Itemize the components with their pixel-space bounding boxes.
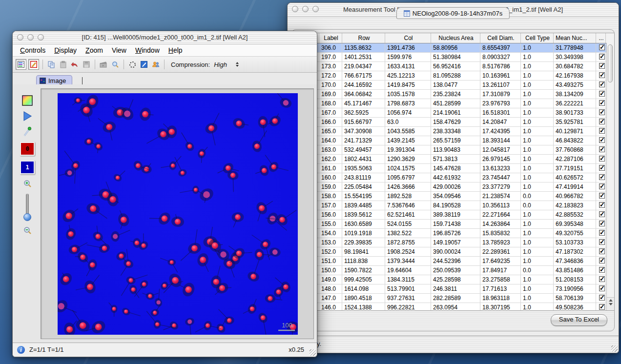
table-row[interactable]: 162.01802.44311290.3629571.381326.979145… (291, 155, 614, 164)
scroll-down-arrow[interactable] (609, 303, 613, 305)
resize-grip[interactable] (611, 345, 618, 352)
compression-stepper[interactable] (236, 62, 239, 67)
edit-button[interactable] (139, 60, 149, 69)
movie-button[interactable] (99, 60, 108, 69)
row-checkbox[interactable] (599, 183, 605, 189)
table-row[interactable]: 159.0225.054841426.3666429.0002623.37727… (291, 182, 614, 192)
col-header[interactable]: Cell Type (521, 33, 554, 43)
col-header[interactable]: Mean Nuc... (554, 33, 596, 43)
save-button[interactable] (82, 60, 91, 69)
row-checkbox[interactable] (599, 267, 605, 273)
resize-grip[interactable] (310, 349, 316, 356)
row-checkbox[interactable] (599, 230, 605, 236)
row-checkbox[interactable] (599, 258, 605, 263)
tab-neolog[interactable]: NEOlog2008-09-18-14h37m07s (396, 7, 510, 19)
table-row[interactable]: 147.01890.4518937.27631282.2858918.96311… (291, 294, 614, 303)
table-row[interactable]: 146.01524.1388996.22821263.095418.307195… (291, 303, 614, 311)
col-header[interactable]: ... (596, 33, 606, 43)
table-row[interactable]: 173.0219.043471633.413156.9524168.517678… (291, 62, 614, 71)
menu-window[interactable]: Window (131, 46, 164, 54)
row-checkbox[interactable] (599, 146, 605, 152)
row-checkbox[interactable] (599, 239, 605, 245)
channel-1-button[interactable]: 1 (20, 161, 35, 174)
menu-zoom[interactable]: Zoom (81, 46, 107, 54)
row-checkbox[interactable] (599, 54, 605, 60)
table-row[interactable]: 156.01839.561262.521461389.3811922.27166… (291, 210, 614, 220)
scrollbar-thumb[interactable] (608, 44, 613, 82)
picker-button[interactable] (22, 126, 32, 137)
col-header[interactable]: Row (342, 33, 385, 43)
table-row[interactable]: 164.0241.713291439.2145265.5715918.39314… (291, 136, 614, 145)
table-row[interactable]: 163.0532.4945719.391304113.9048312.04581… (291, 145, 614, 155)
row-checkbox[interactable] (599, 44, 605, 50)
scroll-up-arrow[interactable] (609, 299, 613, 302)
magnifier-button[interactable] (110, 60, 120, 69)
channel-0-button[interactable]: 0 (20, 142, 35, 156)
table-row[interactable]: 306.01135.86321391.473658.809568.6554397… (291, 43, 614, 53)
table-row[interactable]: 154.01019.19181382.522196.8572615.835832… (291, 229, 614, 238)
col-header[interactable]: Col (385, 33, 431, 43)
row-checkbox[interactable] (599, 156, 605, 162)
table-row[interactable]: 197.01401.25311599.97651.3809848.0903327… (291, 53, 614, 62)
row-checkbox[interactable] (599, 211, 605, 217)
users-button[interactable] (151, 60, 161, 69)
table-row[interactable]: 149.0999.425051384.3115425.2859823.27585… (291, 275, 614, 284)
save-to-excel-button[interactable]: Save To Excel (551, 314, 607, 326)
table-row[interactable]: 172.0766.67175425.1221381.09528810.16396… (291, 71, 614, 81)
table-row[interactable]: 151.01118.8381379.3444244.5239617.649235… (291, 257, 614, 266)
table-row[interactable]: 166.0915.6679763.0158.4762914.208471.035… (291, 118, 614, 127)
row-checkbox[interactable] (599, 100, 605, 106)
table-row[interactable]: 170.0244.165921419.8475138.047713.261107… (291, 81, 614, 90)
table-row[interactable]: 150.01590.782219.64604250.0953917.849170… (291, 266, 614, 275)
front-titlebar[interactable]: [ID: 415] ...Well0005/mode1_z000_t000_im… (13, 31, 317, 44)
row-checkbox[interactable] (599, 304, 605, 310)
table-row[interactable]: 161.01935.50631024.1575145.4762813.61323… (291, 164, 614, 173)
row-checkbox[interactable] (599, 63, 605, 69)
menu-help[interactable]: Help (164, 46, 187, 54)
annotate-button[interactable] (28, 59, 39, 70)
row-checkbox[interactable] (599, 109, 605, 115)
row-checkbox[interactable] (599, 81, 605, 87)
play-button[interactable] (22, 111, 33, 121)
table-row[interactable]: 148.01614.098513.79901246.381117.716131.… (291, 284, 614, 294)
col-header[interactable]: Nucleus Area (431, 33, 480, 43)
table-row[interactable]: 165.0347.309081043.5585238.3334817.42439… (291, 127, 614, 136)
paste-button[interactable] (58, 60, 68, 69)
zoom-out-button[interactable] (22, 226, 32, 236)
row-checkbox[interactable] (599, 193, 605, 199)
table-scrollbar[interactable] (606, 43, 614, 310)
table-row[interactable]: 167.0362.59251056.974214.1906116.5183011… (291, 108, 614, 118)
row-checkbox[interactable] (599, 91, 605, 97)
lut-gradient-button[interactable] (22, 95, 33, 106)
microscopy-image[interactable]: 100 (58, 93, 298, 335)
row-checkbox[interactable] (599, 174, 605, 180)
col-header[interactable]: Label (319, 33, 342, 43)
display-settings-button[interactable] (16, 59, 26, 70)
col-header[interactable]: Cell Diam. (480, 33, 521, 43)
menu-view[interactable]: View (107, 46, 131, 54)
row-checkbox[interactable] (599, 285, 605, 291)
copy-button[interactable] (46, 60, 56, 69)
row-checkbox[interactable] (599, 128, 605, 134)
row-checkbox[interactable] (599, 202, 605, 208)
slider-knob[interactable] (23, 213, 31, 221)
table-row[interactable]: 152.098.198411908.2524390.0002422.289361… (291, 247, 614, 257)
row-checkbox[interactable] (599, 165, 605, 171)
row-checkbox[interactable] (599, 137, 605, 143)
row-checkbox[interactable] (599, 276, 605, 282)
zoom-in-button[interactable] (22, 179, 32, 189)
table-row[interactable]: 158.015.5541951892.528354.0954621.238574… (291, 192, 614, 201)
table-row[interactable]: 153.0229.398351872.8755149.1905713.78592… (291, 238, 614, 247)
table-row[interactable]: 155.01630.6589524.0155159.7143814.263864… (291, 220, 614, 229)
row-checkbox[interactable] (599, 119, 605, 124)
table-row[interactable]: 169.0364.068421035.1578235.2382417.31087… (291, 90, 614, 99)
selection-button[interactable] (127, 60, 137, 69)
row-checkbox[interactable] (599, 248, 605, 254)
undo-button[interactable] (70, 60, 80, 69)
row-checkbox[interactable] (599, 221, 605, 226)
row-checkbox[interactable] (599, 72, 605, 78)
menu-controls[interactable]: Controls (16, 46, 50, 54)
table-row[interactable]: 168.045.1714671798.6873451.2859923.97679… (291, 99, 614, 108)
table-row[interactable]: 157.01839.44857.536764684.19052810.35611… (291, 201, 614, 210)
row-checkbox[interactable] (599, 295, 605, 301)
